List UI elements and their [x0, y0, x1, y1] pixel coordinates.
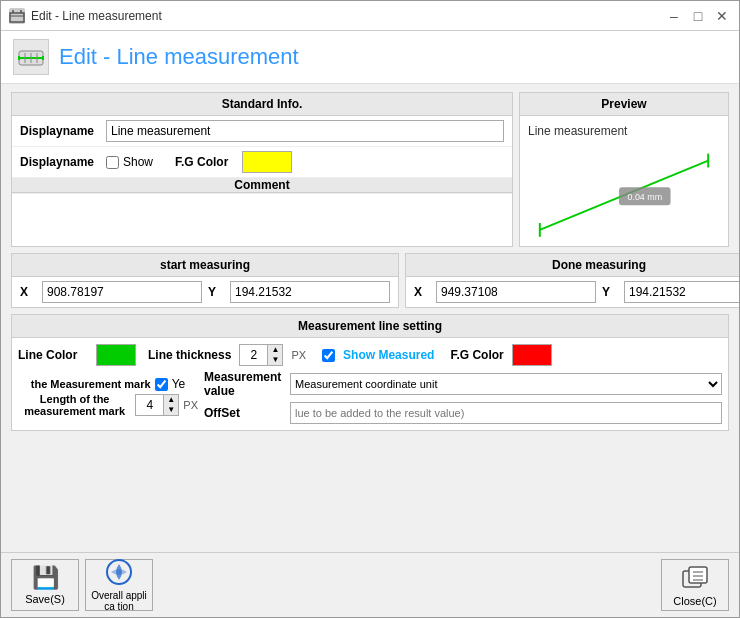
close-label: Close(C) [673, 595, 716, 607]
title-bar-left: Edit - Line measurement [9, 8, 162, 24]
length-up-button[interactable]: ▲ [164, 395, 178, 405]
close-button[interactable]: Close(C) [661, 559, 729, 611]
length-mark-label: Length of the measurement mark [18, 393, 131, 417]
header-icon [13, 39, 49, 75]
length-mark-row: Length of the measurement mark ▲ ▼ PX [18, 393, 198, 417]
close-icon [681, 563, 709, 593]
line-setting-row1: Line Color Line thickness ▲ ▼ PX Show Me… [18, 344, 722, 366]
start-measuring-header: start measuring [12, 254, 398, 277]
line-setting-row2: the Measurement mark Ye Length of the me… [18, 370, 722, 424]
start-coord-row: X Y [12, 277, 398, 307]
top-section: Standard Info. Displayname Displayname S… [11, 92, 729, 247]
overall-icon [105, 558, 133, 588]
comment-header: Comment [12, 178, 512, 193]
window-controls: – □ ✕ [665, 7, 731, 25]
line-color-green-box[interactable] [96, 344, 136, 366]
comment-label: Comment [234, 178, 289, 192]
thickness-px-label: PX [291, 349, 306, 361]
preview-content: Line measurement 0.04 mm [520, 116, 728, 246]
displayname-row2: Displayname Show F.G Color [12, 147, 512, 178]
maximize-button[interactable]: □ [689, 7, 707, 25]
window-icon [9, 8, 25, 24]
measurement-line-header: Measurement line setting [12, 315, 728, 338]
svg-rect-0 [10, 13, 24, 22]
minimize-button[interactable]: – [665, 7, 683, 25]
done-coord-row: X Y [406, 277, 739, 307]
mv-row1: Measurement value Measurement coordinate… [204, 370, 722, 398]
length-spinner: ▲ ▼ [135, 394, 179, 416]
done-x-input[interactable] [436, 281, 596, 303]
show-checkbox[interactable] [106, 156, 119, 169]
preview-panel: Preview Line measurement 0.04 mm [519, 92, 729, 247]
svg-rect-18 [689, 567, 707, 583]
done-y-label: Y [602, 285, 618, 299]
window-title: Edit - Line measurement [31, 9, 162, 23]
show-measured-label: Show Measured [343, 348, 434, 362]
overall-application-button[interactable]: Overall appli ca tion [85, 559, 153, 611]
save-button[interactable]: 💾 Save(S) [11, 559, 79, 611]
page-title: Edit - Line measurement [59, 44, 299, 70]
standard-info-panel: Standard Info. Displayname Displayname S… [11, 92, 513, 247]
done-measuring-header: Done measuring [406, 254, 739, 277]
done-x-label: X [414, 285, 430, 299]
measurement-value-label: Measurement value [204, 370, 284, 398]
coordinate-unit-select[interactable]: Measurement coordinate unit [290, 373, 722, 395]
start-measuring-box: start measuring X Y [11, 253, 399, 308]
show-measured-checkbox[interactable] [322, 349, 335, 362]
displayname-input[interactable] [106, 120, 504, 142]
measurement-line-section: Measurement line setting Line Color Line… [11, 314, 729, 431]
measurement-mark-label: the Measurement mark [31, 378, 151, 390]
preview-header: Preview [520, 93, 728, 116]
start-y-label: Y [208, 285, 224, 299]
mark-row: the Measurement mark Ye [31, 377, 185, 391]
displayname-label2: Displayname [20, 155, 100, 169]
save-icon: 💾 [32, 565, 59, 591]
start-x-label: X [20, 285, 36, 299]
main-content: Standard Info. Displayname Displayname S… [1, 84, 739, 552]
comment-input-wrapper [12, 193, 512, 236]
thickness-input[interactable] [239, 344, 267, 366]
thickness-up-button[interactable]: ▲ [268, 345, 282, 355]
comment-textarea[interactable] [12, 193, 512, 233]
start-y-input[interactable] [230, 281, 390, 303]
close-window-button[interactable]: ✕ [713, 7, 731, 25]
svg-text:0.04 mm: 0.04 mm [627, 192, 662, 202]
done-y-input[interactable] [624, 281, 739, 303]
start-x-input[interactable] [42, 281, 202, 303]
fg-color-label2: F.G Color [450, 348, 503, 362]
line-thickness-label: Line thickness [148, 348, 231, 362]
line-color-label: Line Color [18, 348, 88, 362]
ye-label: Ye [172, 377, 186, 391]
show-checkbox-row: Show [106, 155, 153, 169]
main-window: Edit - Line measurement – □ ✕ Edit - Lin… [0, 0, 740, 618]
length-spinner-buttons: ▲ ▼ [163, 394, 179, 416]
preview-svg: 0.04 mm [520, 116, 728, 245]
displayname-label1: Displayname [20, 124, 100, 138]
save-label: Save(S) [25, 593, 65, 605]
length-down-button[interactable]: ▼ [164, 405, 178, 415]
footer: 💾 Save(S) Overall appli ca tion [1, 552, 739, 617]
thickness-spinner: ▲ ▼ [239, 344, 283, 366]
displayname-row1: Displayname [12, 116, 512, 147]
mark-section: the Measurement mark Ye Length of the me… [18, 377, 198, 417]
standard-info-header: Standard Info. [12, 93, 512, 116]
fg-color-yellow-box[interactable] [242, 151, 292, 173]
measuring-section: start measuring X Y Done measuring X Y [11, 253, 729, 308]
offset-label: OffSet [204, 406, 284, 420]
length-px-label: PX [183, 399, 198, 411]
offset-row: OffSet [204, 402, 722, 424]
spinner-buttons: ▲ ▼ [267, 344, 283, 366]
header-section: Edit - Line measurement [1, 31, 739, 84]
done-measuring-box: Done measuring X Y [405, 253, 739, 308]
fg-color-red-box[interactable] [512, 344, 552, 366]
length-input[interactable] [135, 394, 163, 416]
offset-input[interactable] [290, 402, 722, 424]
overall-label: Overall appli ca tion [86, 590, 152, 612]
fg-color-label: F.G Color [175, 155, 228, 169]
show-label: Show [123, 155, 153, 169]
measurement-value-section: Measurement value Measurement coordinate… [204, 370, 722, 424]
thickness-down-button[interactable]: ▼ [268, 355, 282, 365]
title-bar: Edit - Line measurement – □ ✕ [1, 1, 739, 31]
measurement-mark-checkbox[interactable] [155, 378, 168, 391]
footer-left: 💾 Save(S) Overall appli ca tion [11, 559, 153, 611]
